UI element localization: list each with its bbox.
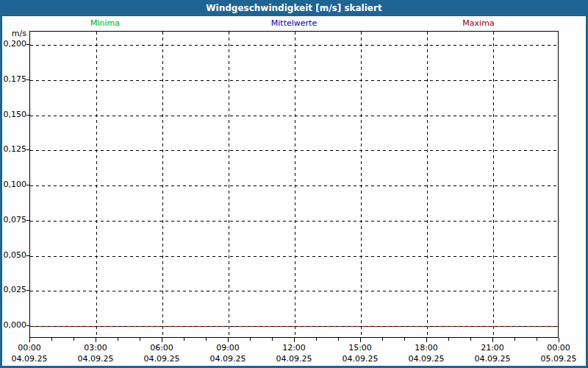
- x-axis-major-tick: [426, 338, 427, 342]
- h-gridline: [30, 185, 558, 186]
- v-gridline: [295, 32, 295, 337]
- v-gridline: [361, 32, 362, 337]
- y-tick-label: 0,025: [1, 286, 26, 294]
- y-axis-tick: [26, 325, 29, 326]
- x-axis-major-tick: [492, 338, 493, 342]
- legend-item-maxima: Maxima: [462, 18, 494, 28]
- y-axis-tick: [26, 149, 29, 150]
- v-gridline: [162, 32, 163, 337]
- x-axis-minor-tick: [404, 338, 405, 341]
- title-bar: Windgeschwindigkeit [m/s] skaliert: [0, 0, 588, 16]
- x-axis-minor-tick: [448, 338, 449, 341]
- x-tick-time-label: 00:00: [526, 344, 588, 353]
- x-tick-date-label: 04.09.25: [0, 355, 62, 364]
- chart-title: Windgeschwindigkeit [m/s] skaliert: [206, 3, 381, 13]
- x-axis-minor-tick: [74, 338, 74, 341]
- zero-gridline: [30, 326, 558, 327]
- x-tick-time-label: 09:00: [195, 344, 261, 353]
- x-axis-minor-tick: [316, 338, 317, 341]
- x-tick-time-label: 15:00: [327, 344, 393, 353]
- x-axis-minor-tick: [470, 338, 471, 341]
- y-axis-unit-label: m/s: [1, 29, 26, 38]
- y-tick-label: 0,200: [1, 40, 26, 49]
- y-tick-label: 0,125: [1, 145, 26, 154]
- x-axis-minor-tick: [514, 338, 515, 341]
- y-tick-label: 0,000: [1, 321, 26, 330]
- h-gridline: [30, 221, 558, 222]
- y-tick-label: 0,100: [1, 180, 26, 189]
- y-tick-label: 0,050: [1, 251, 26, 260]
- x-axis-major-tick: [29, 338, 30, 342]
- x-axis-minor-tick: [51, 338, 52, 341]
- v-gridline: [96, 32, 97, 337]
- x-axis-minor-tick: [272, 338, 273, 341]
- x-tick-date-label: 05.09.25: [526, 355, 588, 364]
- x-tick-time-label: 00:00: [0, 344, 62, 353]
- v-gridline: [229, 32, 229, 337]
- x-axis-minor-tick: [338, 338, 339, 341]
- v-gridline: [427, 32, 428, 337]
- y-tick-label: 0,150: [1, 110, 26, 119]
- x-axis-major-tick: [294, 338, 295, 342]
- x-tick-time-label: 12:00: [261, 344, 327, 353]
- x-axis-minor-tick: [140, 338, 140, 341]
- plot-area: [29, 31, 559, 338]
- x-axis-minor-tick: [537, 338, 537, 341]
- x-tick-date-label: 04.09.25: [129, 355, 195, 364]
- h-gridline: [30, 45, 558, 46]
- y-axis-tick: [26, 290, 29, 291]
- x-axis-minor-tick: [250, 338, 251, 341]
- y-axis-tick: [26, 115, 29, 116]
- x-tick-date-label: 04.09.25: [62, 355, 129, 364]
- h-gridline: [30, 256, 558, 257]
- x-axis-major-tick: [360, 338, 361, 342]
- x-axis-minor-tick: [206, 338, 207, 341]
- y-axis-tick: [26, 79, 29, 80]
- y-tick-label: 0,175: [1, 75, 26, 84]
- x-tick-date-label: 04.09.25: [195, 355, 261, 364]
- legend-item-mittelwerte: Mittelwerte: [271, 18, 317, 28]
- chart-window: Windgeschwindigkeit [m/s] skaliert Minim…: [0, 0, 588, 368]
- x-axis-major-tick: [96, 338, 96, 342]
- x-axis-major-tick: [162, 338, 162, 342]
- x-tick-time-label: 21:00: [459, 344, 526, 353]
- h-gridline: [30, 80, 558, 81]
- x-axis-major-tick: [559, 338, 559, 342]
- x-tick-time-label: 03:00: [62, 344, 129, 353]
- legend-item-minima: Minima: [90, 18, 120, 28]
- y-axis-tick: [26, 44, 29, 45]
- y-axis-tick: [26, 185, 29, 185]
- x-tick-date-label: 04.09.25: [459, 355, 526, 364]
- x-axis-minor-tick: [184, 338, 184, 341]
- x-axis-minor-tick: [382, 338, 383, 341]
- x-tick-date-label: 04.09.25: [261, 355, 327, 364]
- h-gridline: [30, 116, 558, 116]
- x-tick-time-label: 18:00: [393, 344, 459, 353]
- y-axis-tick: [26, 220, 29, 221]
- x-axis-major-tick: [228, 338, 229, 342]
- v-gridline: [493, 32, 494, 337]
- h-gridline: [30, 150, 558, 151]
- y-tick-label: 0,075: [1, 216, 26, 224]
- x-tick-date-label: 04.09.25: [393, 355, 459, 364]
- y-axis-tick: [26, 255, 29, 256]
- x-tick-date-label: 04.09.25: [327, 355, 393, 364]
- x-axis-minor-tick: [118, 338, 118, 341]
- h-gridline: [30, 291, 558, 291]
- x-tick-time-label: 06:00: [129, 344, 195, 353]
